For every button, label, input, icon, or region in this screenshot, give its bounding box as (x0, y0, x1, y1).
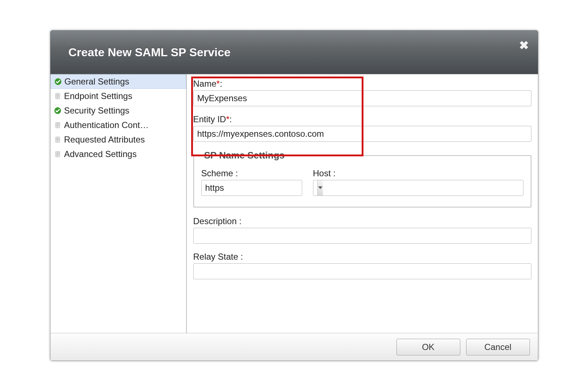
sp-name-settings-legend: SP Name Settings (201, 150, 288, 161)
sidebar: General Settings Endpoint Settings Secur… (50, 74, 187, 333)
page-icon (53, 92, 62, 100)
main-panel: Name*: Entity ID*: SP Name Settings Sche… (187, 74, 538, 333)
sp-row: Scheme : Host : (201, 168, 523, 196)
sidebar-item-advanced-settings[interactable]: Advanced Settings (50, 147, 186, 161)
sidebar-item-label: Endpoint Settings (64, 91, 132, 101)
scheme-column: Scheme : (201, 168, 302, 196)
host-input[interactable] (313, 180, 523, 196)
relay-state-label: Relay State : (193, 252, 531, 262)
sidebar-item-label: Advanced Settings (64, 149, 137, 159)
relay-state-field-block: Relay State : (193, 252, 531, 279)
ok-button[interactable]: OK (396, 339, 460, 355)
dialog-footer: OK Cancel (50, 333, 538, 361)
entity-id-field-block: Entity ID*: (193, 114, 531, 142)
dialog: Create New SAML SP Service ✖ General Set… (50, 30, 538, 361)
cancel-button[interactable]: Cancel (466, 339, 530, 355)
chevron-down-icon[interactable] (317, 180, 323, 196)
required-asterisk: * (226, 114, 229, 124)
dialog-header: Create New SAML SP Service ✖ (50, 30, 538, 74)
name-label: Name*: (193, 79, 531, 89)
check-icon (54, 77, 62, 86)
scheme-combobox-value[interactable] (202, 183, 317, 193)
sidebar-item-label: General Settings (65, 77, 129, 87)
sidebar-item-requested-attributes[interactable]: Requested Attributes (50, 132, 186, 147)
check-icon (53, 106, 62, 115)
entity-id-label: Entity ID*: (193, 114, 531, 124)
sidebar-item-label: Security Settings (64, 106, 129, 116)
description-input[interactable] (193, 228, 531, 244)
host-column: Host : (313, 168, 523, 196)
name-field-block: Name*: (193, 79, 531, 106)
sp-name-settings-fieldset: SP Name Settings Scheme : Host : (193, 150, 531, 207)
entity-id-label-text: Entity ID (193, 114, 226, 124)
sidebar-item-general-settings[interactable]: General Settings (50, 74, 186, 89)
required-asterisk: * (217, 79, 220, 89)
scheme-label: Scheme : (201, 168, 302, 178)
page-icon (53, 150, 62, 159)
page-icon (53, 121, 62, 129)
sidebar-item-label: Authentication Cont… (64, 120, 149, 130)
description-field-block: Description : (193, 216, 531, 244)
sidebar-item-security-settings[interactable]: Security Settings (50, 103, 186, 118)
entity-id-input[interactable] (193, 126, 531, 142)
description-label: Description : (193, 216, 531, 226)
sidebar-item-authentication-context[interactable]: Authentication Cont… (50, 118, 186, 132)
relay-state-input[interactable] (193, 263, 531, 279)
dialog-title: Create New SAML SP Service (69, 46, 231, 59)
sidebar-item-label: Requested Attributes (64, 135, 145, 145)
dialog-body: General Settings Endpoint Settings Secur… (50, 74, 538, 333)
close-icon[interactable]: ✖ (519, 40, 529, 51)
name-label-text: Name (193, 79, 217, 89)
sidebar-item-endpoint-settings[interactable]: Endpoint Settings (50, 89, 186, 103)
host-label: Host : (313, 168, 523, 178)
page-icon (53, 135, 62, 144)
name-input[interactable] (193, 90, 531, 106)
scheme-combobox[interactable] (201, 180, 302, 196)
